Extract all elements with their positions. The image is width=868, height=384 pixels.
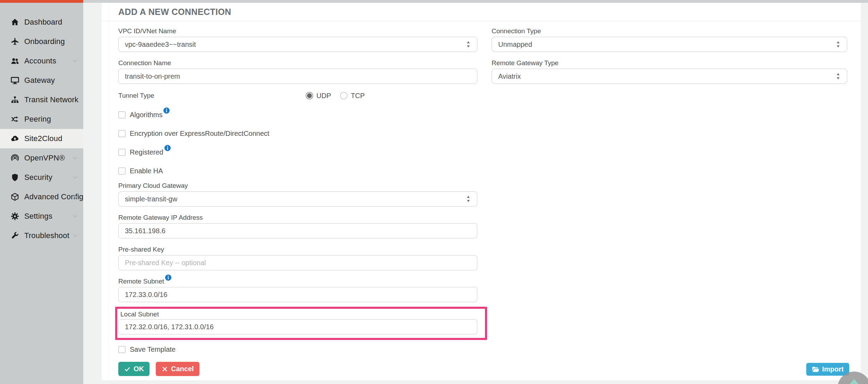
remote-subnet-label: Remote Subnet bbox=[118, 278, 477, 285]
sidebar-item-advanced-config[interactable]: Advanced Config bbox=[0, 187, 83, 207]
users-icon bbox=[10, 56, 19, 66]
vpc-id-label: VPC ID/VNet Name bbox=[118, 28, 477, 35]
chevron-down-icon bbox=[71, 232, 79, 239]
enable-ha-label: Enable HA bbox=[130, 167, 163, 175]
remote-gateway-type-select[interactable]: Aviatrix bbox=[492, 69, 847, 84]
connection-name-input[interactable] bbox=[118, 69, 477, 84]
chevron-up-icon bbox=[845, 376, 863, 384]
registered-row: Registered bbox=[118, 148, 477, 157]
form-column-right: Connection Type Unmapped Remote Gateway … bbox=[492, 28, 847, 376]
radio-selected-icon bbox=[306, 92, 313, 99]
save-template-checkbox[interactable] bbox=[118, 346, 126, 353]
sidebar-item-peering[interactable]: Peering bbox=[0, 110, 83, 129]
enable-ha-checkbox[interactable] bbox=[118, 167, 126, 175]
sidebar: Dashboard Onboarding Accounts Gateway Tr… bbox=[0, 3, 83, 384]
sidebar-item-label: Dashboard bbox=[24, 18, 62, 27]
primary-cloud-gateway-select[interactable]: simple-transit-gw bbox=[118, 191, 477, 207]
info-icon[interactable] bbox=[163, 107, 170, 114]
sidebar-item-transit-network[interactable]: Transit Network bbox=[0, 90, 83, 110]
sidebar-item-label: Security bbox=[24, 173, 52, 182]
cancel-button[interactable]: Cancel bbox=[156, 362, 199, 376]
registered-checkbox[interactable] bbox=[118, 149, 126, 156]
encryption-row: Encryption over ExpressRoute/DirectConne… bbox=[118, 129, 477, 138]
home-icon bbox=[10, 18, 19, 27]
vpc-id-select[interactable]: vpc-9aaedee3~~transit bbox=[118, 37, 477, 52]
ok-button[interactable]: OK bbox=[118, 362, 150, 376]
chevron-down-icon bbox=[71, 212, 79, 220]
sidebar-item-label: Settings bbox=[24, 212, 52, 221]
save-template-row: Save Template bbox=[118, 345, 477, 354]
accent-bar bbox=[0, 0, 83, 3]
sidebar-item-accounts[interactable]: Accounts bbox=[0, 51, 83, 71]
tunnel-type-label: Tunnel Type bbox=[118, 92, 306, 99]
sidebar-item-site2cloud[interactable]: Site2Cloud bbox=[0, 129, 83, 148]
info-icon[interactable] bbox=[164, 145, 171, 151]
remote-gateway-type-value: Aviatrix bbox=[498, 72, 521, 80]
primary-cloud-gateway-label: Primary Cloud Gateway bbox=[118, 182, 477, 189]
wrench-icon bbox=[10, 231, 19, 240]
sidebar-item-label: Site2Cloud bbox=[24, 134, 62, 143]
encryption-label: Encryption over ExpressRoute/DirectConne… bbox=[130, 130, 269, 138]
select-arrows-icon bbox=[836, 72, 841, 80]
folder-open-icon bbox=[812, 366, 819, 373]
top-strip bbox=[83, 0, 868, 3]
local-subnet-input[interactable] bbox=[118, 319, 477, 334]
sidebar-item-settings[interactable]: Settings bbox=[0, 207, 83, 226]
check-icon bbox=[124, 366, 131, 373]
shuffle-icon bbox=[10, 115, 19, 124]
vpc-id-value: vpc-9aaedee3~~transit bbox=[125, 41, 196, 49]
sidebar-item-security[interactable]: Security bbox=[0, 168, 83, 187]
encryption-checkbox[interactable] bbox=[118, 130, 126, 137]
sidebar-item-label: Gateway bbox=[24, 76, 55, 85]
add-connection-form: VPC ID/VNet Name vpc-9aaedee3~~transit C… bbox=[102, 21, 861, 376]
sidebar-item-dashboard[interactable]: Dashboard bbox=[0, 12, 83, 32]
save-template-label: Save Template bbox=[130, 346, 176, 354]
cube-icon bbox=[10, 192, 19, 201]
sidebar-item-label: OpenVPN® bbox=[24, 154, 65, 163]
sidebar-item-gateway[interactable]: Gateway bbox=[0, 71, 83, 90]
local-subnet-highlight-box: Local Subnet bbox=[115, 307, 487, 340]
info-icon[interactable] bbox=[165, 274, 171, 281]
sidebar-item-troubleshoot[interactable]: Troubleshoot bbox=[0, 226, 83, 245]
import-button[interactable]: Import bbox=[806, 363, 849, 376]
connection-name-label: Connection Name bbox=[118, 60, 477, 67]
remote-gateway-type-label: Remote Gateway Type bbox=[492, 60, 847, 67]
connection-type-select[interactable]: Unmapped bbox=[492, 37, 847, 52]
sidebar-item-label: Peering bbox=[24, 115, 51, 124]
algorithms-checkbox[interactable] bbox=[118, 111, 126, 119]
form-actions: OK Cancel bbox=[118, 362, 477, 376]
radio-unselected-icon bbox=[340, 92, 348, 99]
select-arrows-icon bbox=[836, 41, 841, 48]
pre-shared-key-input[interactable] bbox=[118, 255, 477, 270]
local-subnet-label: Local Subnet bbox=[120, 311, 477, 318]
connection-type-label: Connection Type bbox=[492, 28, 847, 35]
close-icon bbox=[161, 366, 168, 373]
sidebar-item-label: Troubleshoot bbox=[24, 231, 69, 240]
sidebar-item-label: Transit Network bbox=[24, 95, 78, 104]
broadcast-icon bbox=[10, 154, 19, 163]
tunnel-udp-radio[interactable]: UDP bbox=[306, 92, 331, 100]
primary-cloud-gateway-value: simple-transit-gw bbox=[125, 195, 177, 203]
form-column-left: VPC ID/VNet Name vpc-9aaedee3~~transit C… bbox=[118, 28, 477, 376]
registered-label: Registered bbox=[130, 148, 171, 156]
tunnel-tcp-label: TCP bbox=[351, 92, 365, 100]
chevron-down-icon bbox=[71, 57, 79, 65]
connection-type-value: Unmapped bbox=[498, 41, 532, 49]
chevron-down-icon bbox=[71, 174, 79, 181]
remote-gateway-ip-input[interactable] bbox=[118, 223, 477, 238]
cloud-upload-icon bbox=[10, 134, 19, 143]
select-arrows-icon bbox=[466, 41, 471, 48]
sidebar-item-openvpn[interactable]: OpenVPN® bbox=[0, 148, 83, 168]
chevron-down-icon bbox=[71, 154, 79, 162]
chevron-down-icon bbox=[71, 193, 79, 201]
remote-subnet-input[interactable] bbox=[118, 287, 477, 302]
tunnel-udp-label: UDP bbox=[316, 92, 331, 100]
enable-ha-row: Enable HA bbox=[118, 166, 477, 175]
tunnel-tcp-radio[interactable]: TCP bbox=[340, 92, 365, 100]
card-header: ADD A NEW CONNECTION bbox=[102, 3, 861, 21]
algorithms-row: Algorithms bbox=[118, 110, 477, 119]
gear-icon bbox=[10, 212, 19, 221]
sidebar-item-onboarding[interactable]: Onboarding bbox=[0, 32, 83, 51]
shield-icon bbox=[10, 173, 19, 182]
pre-shared-key-label: Pre-shared Key bbox=[118, 246, 477, 253]
